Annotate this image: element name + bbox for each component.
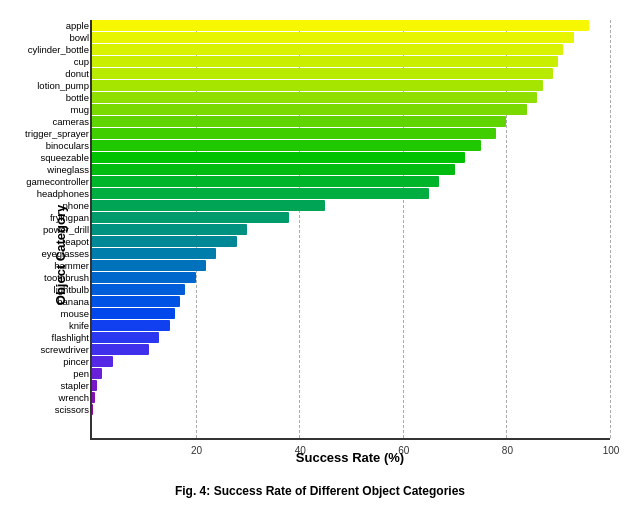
bar: [92, 164, 455, 175]
bar-label: banana: [57, 296, 89, 307]
bar-row: pen: [92, 368, 610, 379]
bar-row: mouse: [92, 308, 610, 319]
bar-row: toothbrush: [92, 272, 610, 283]
bar: [92, 104, 527, 115]
bar-row: hammer: [92, 260, 610, 271]
bar-row: gamecontroller: [92, 176, 610, 187]
bar-row: pincer: [92, 356, 610, 367]
bar: [92, 404, 93, 415]
bar-label: binoculars: [46, 140, 89, 151]
bar-row: apple: [92, 20, 610, 31]
bar: [92, 176, 439, 187]
bar-row: headphones: [92, 188, 610, 199]
bar-label: bowl: [69, 32, 89, 43]
bar-label: eyeglasses: [41, 248, 89, 259]
bar-row: fryingpan: [92, 212, 610, 223]
bar-row: cameras: [92, 116, 610, 127]
bar: [92, 20, 589, 31]
bar-row: wrench: [92, 392, 610, 403]
bar: [92, 80, 543, 91]
bar: [92, 224, 247, 235]
bar: [92, 32, 574, 43]
bar: [92, 128, 496, 139]
bar: [92, 320, 170, 331]
bar: [92, 332, 159, 343]
bar-label: lotion_pump: [37, 80, 89, 91]
bar-label: cameras: [53, 116, 89, 127]
bar: [92, 140, 481, 151]
bar-row: donut: [92, 68, 610, 79]
bar-label: headphones: [37, 188, 89, 199]
bar: [92, 260, 206, 271]
x-axis-label: Success Rate (%): [90, 450, 610, 465]
chart-caption: Fig. 4: Success Rate of Different Object…: [10, 484, 630, 498]
bar-label: fryingpan: [50, 212, 89, 223]
bar-row: banana: [92, 296, 610, 307]
bar: [92, 200, 325, 211]
bar: [92, 236, 237, 247]
bar: [92, 152, 465, 163]
bar-label: wrench: [58, 392, 89, 403]
bar-label: scissors: [55, 404, 89, 415]
bar-row: trigger_sprayer: [92, 128, 610, 139]
bar-label: stapler: [60, 380, 89, 391]
bar: [92, 68, 553, 79]
bar: [92, 308, 175, 319]
bar: [92, 44, 563, 55]
bar-row: knife: [92, 320, 610, 331]
bar: [92, 212, 289, 223]
bar-label: mouse: [60, 308, 89, 319]
bar-label: donut: [65, 68, 89, 79]
bar: [92, 284, 185, 295]
bar-label: teapot: [63, 236, 89, 247]
bar: [92, 344, 149, 355]
bar-label: trigger_sprayer: [25, 128, 89, 139]
bar-label: knife: [69, 320, 89, 331]
bar: [92, 116, 506, 127]
bar: [92, 56, 558, 67]
bar-label: flashlight: [52, 332, 90, 343]
bar-label: pincer: [63, 356, 89, 367]
bar-label: mug: [71, 104, 89, 115]
bar: [92, 188, 429, 199]
bar-row: mug: [92, 104, 610, 115]
bar: [92, 92, 537, 103]
bar-row: bottle: [92, 92, 610, 103]
bar-label: gamecontroller: [26, 176, 89, 187]
bar-row: cylinder_bottle: [92, 44, 610, 55]
bar-row: wineglass: [92, 164, 610, 175]
grid-line: 100: [610, 20, 611, 438]
bar-label: bottle: [66, 92, 89, 103]
bar-row: screwdriver: [92, 344, 610, 355]
bar: [92, 296, 180, 307]
bar-row: binoculars: [92, 140, 610, 151]
bar-row: cup: [92, 56, 610, 67]
bar-label: screwdriver: [40, 344, 89, 355]
bar-label: squeezable: [40, 152, 89, 163]
bar: [92, 356, 113, 367]
bar-row: flashlight: [92, 332, 610, 343]
bar-label: pen: [73, 368, 89, 379]
bar-row: eyeglasses: [92, 248, 610, 259]
bar-row: teapot: [92, 236, 610, 247]
bar-label: cylinder_bottle: [28, 44, 89, 55]
bar-row: stapler: [92, 380, 610, 391]
bar-label: cup: [74, 56, 89, 67]
bar-row: squeezable: [92, 152, 610, 163]
bar-label: apple: [66, 20, 89, 31]
bar-label: power_drill: [43, 224, 89, 235]
bar-row: lightbulb: [92, 284, 610, 295]
bar-row: power_drill: [92, 224, 610, 235]
bar-row: bowl: [92, 32, 610, 43]
bar: [92, 272, 196, 283]
bar: [92, 392, 95, 403]
bar: [92, 380, 97, 391]
bar-label: phone: [63, 200, 89, 211]
bar: [92, 368, 102, 379]
bar-row: scissors: [92, 404, 610, 415]
caption-text: Fig. 4: Success Rate of Different Object…: [175, 484, 465, 498]
bar: [92, 248, 216, 259]
bar-label: toothbrush: [44, 272, 89, 283]
chart-container: Object Category 20406080100applebowlcyli…: [10, 10, 630, 500]
chart-area: 20406080100applebowlcylinder_bottlecupdo…: [90, 20, 610, 440]
